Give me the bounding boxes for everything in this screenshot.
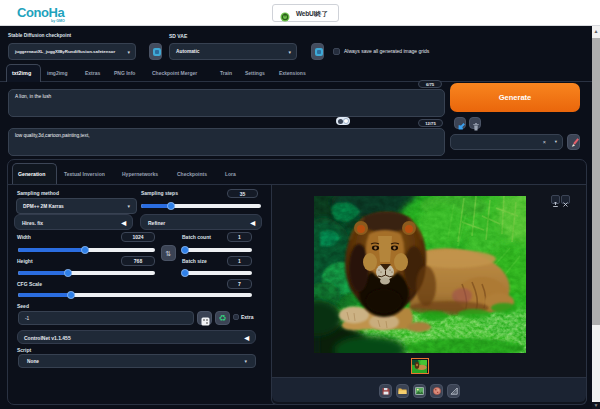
- svg-text:ConoHa: ConoHa: [17, 5, 66, 20]
- svg-text:by GMO: by GMO: [51, 19, 65, 23]
